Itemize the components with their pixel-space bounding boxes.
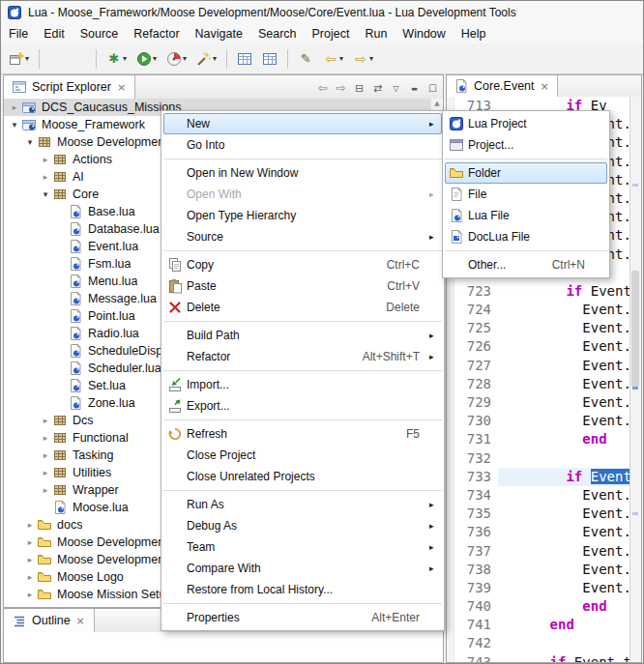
view-menu-button[interactable]: ▽ xyxy=(389,77,403,97)
dropdown-caret-icon[interactable]: ▾ xyxy=(153,54,157,63)
scroll-up-icon[interactable]: ▲ xyxy=(431,100,443,107)
context-menu-item-import[interactable]: Import... xyxy=(161,374,444,395)
code-line[interactable]: 731 end xyxy=(447,430,630,448)
editor-scroll-thumb[interactable] xyxy=(631,271,639,387)
chevron-collapsed-icon[interactable]: ▸ xyxy=(23,520,37,530)
context-menu-item-properties[interactable]: PropertiesAlt+Enter xyxy=(161,607,444,628)
code-text[interactable]: Event.I xyxy=(498,337,630,356)
code-line[interactable]: 742 xyxy=(447,634,630,652)
menubar-help[interactable]: Help xyxy=(454,25,494,43)
code-text[interactable]: Event.I xyxy=(498,319,630,337)
chevron-collapsed-icon[interactable]: ▸ xyxy=(39,485,52,495)
context-menu-item-close-unrelated-projects[interactable]: Close Unrelated Projects xyxy=(161,466,444,487)
code-text[interactable]: if Event.ta xyxy=(498,653,630,662)
code-line[interactable]: 732 xyxy=(447,449,630,468)
menubar-file[interactable]: File xyxy=(1,25,36,43)
code-text[interactable]: Event.I xyxy=(498,579,630,597)
collapse-all-button[interactable]: ⊟ xyxy=(352,78,366,96)
new-wizard-button[interactable]: ▾ xyxy=(5,46,33,72)
menubar-refactor[interactable]: Refactor xyxy=(126,25,187,43)
close-icon[interactable]: × xyxy=(75,615,86,627)
back-button[interactable]: ⇦▾ xyxy=(319,46,347,72)
code-text[interactable] xyxy=(498,634,630,652)
chevron-collapsed-icon[interactable]: ▸ xyxy=(39,433,52,443)
code-text[interactable]: Event.I xyxy=(498,486,630,505)
code-text[interactable]: Event.I xyxy=(498,375,630,393)
context-menu-item-close-project[interactable]: Close Project xyxy=(161,445,444,466)
chevron-expanded-icon[interactable]: ▾ xyxy=(39,189,52,199)
code-line[interactable]: 737 Event.I xyxy=(447,542,630,561)
code-line[interactable]: 734 Event.I xyxy=(447,486,630,505)
context-menu-item-debug-as[interactable]: Debug As▸ xyxy=(161,515,444,536)
context-menu-item-copy[interactable]: CopyCtrl+C xyxy=(161,254,444,275)
menubar-search[interactable]: Search xyxy=(250,25,305,43)
dropdown-caret-icon[interactable]: ▾ xyxy=(25,54,29,63)
new-submenu-item-folder[interactable]: Folder xyxy=(445,162,607,184)
code-text[interactable]: if Event. xyxy=(498,282,630,301)
chevron-expanded-icon[interactable]: ▾ xyxy=(8,120,21,130)
code-text[interactable]: Event.I xyxy=(498,393,630,412)
code-line[interactable]: 743 if Event.ta xyxy=(447,653,630,662)
new-submenu-item-project[interactable]: Project... xyxy=(443,134,609,156)
context-menu-item-paste[interactable]: PasteCtrl+V xyxy=(161,275,444,297)
context-menu-item-run-as[interactable]: Run As▸ xyxy=(161,494,444,515)
magic-wand-button[interactable]: ▾ xyxy=(192,46,220,72)
context-menu-item-delete[interactable]: DeleteDelete xyxy=(161,297,444,318)
menubar-navigate[interactable]: Navigate xyxy=(188,25,250,43)
code-line[interactable]: 733 if Event. xyxy=(447,468,630,486)
new-submenu-item-lua-project[interactable]: Lua Project xyxy=(443,113,609,134)
code-line[interactable]: 740 end xyxy=(447,597,630,616)
run-button[interactable]: ▾ xyxy=(132,46,161,72)
context-menu-item-refresh[interactable]: RefreshF5 xyxy=(161,423,444,445)
context-menu-item-compare-with[interactable]: Compare With▸ xyxy=(161,558,444,579)
code-text[interactable]: Event.I xyxy=(498,561,630,579)
code-text[interactable]: end xyxy=(498,616,630,634)
chevron-collapsed-icon[interactable]: ▸ xyxy=(39,155,52,164)
chevron-collapsed-icon[interactable]: ▸ xyxy=(39,468,52,477)
code-line[interactable]: 723 if Event. xyxy=(447,282,630,301)
context-menu-item-restore-from-local-history[interactable]: Restore from Local History... xyxy=(161,579,444,600)
code-line[interactable]: 735 Event.I xyxy=(447,505,630,523)
new-submenu-item-lua-file[interactable]: Lua File xyxy=(443,205,609,226)
profile-button[interactable]: ▾ xyxy=(162,46,190,72)
tab-core-event[interactable]: Core.Event × xyxy=(447,75,558,97)
new-submenu-item-doclua-file[interactable]: DocLua File xyxy=(443,226,609,247)
code-line[interactable]: 738 Event.I xyxy=(447,561,630,579)
dropdown-caret-icon[interactable]: ▾ xyxy=(123,54,127,63)
new-submenu-item-file[interactable]: File xyxy=(443,184,609,205)
code-text[interactable] xyxy=(498,449,630,468)
last-edit-location-button[interactable]: ✎ xyxy=(294,46,317,72)
chevron-collapsed-icon[interactable]: ▸ xyxy=(23,590,37,599)
code-text[interactable]: Event.I xyxy=(498,357,630,375)
context-menu-item-refactor[interactable]: RefactorAlt+Shift+T▸ xyxy=(161,346,444,367)
code-line[interactable]: 739 Event.I xyxy=(447,579,630,597)
dropdown-caret-icon[interactable]: ▾ xyxy=(213,54,217,63)
code-line[interactable]: 728 Event.I xyxy=(447,375,630,393)
external-tools-button[interactable]: ✱▾ xyxy=(102,46,131,72)
code-text[interactable]: Event.I xyxy=(498,505,630,523)
code-line[interactable]: 729 Event.I xyxy=(447,393,630,412)
overview-ruler[interactable] xyxy=(629,97,641,662)
chevron-expanded-icon[interactable]: ▾ xyxy=(23,137,37,147)
new-submenu-item-other[interactable]: Other...Ctrl+N xyxy=(443,254,609,275)
close-icon[interactable]: × xyxy=(116,81,127,94)
chevron-collapsed-icon[interactable]: ▸ xyxy=(23,572,37,582)
context-menu-item-build-path[interactable]: Build Path▸ xyxy=(161,325,444,346)
context-menu-item-open-in-new-window[interactable]: Open in New Window xyxy=(161,162,444,184)
code-text[interactable]: Event.I xyxy=(498,542,630,561)
chevron-collapsed-icon[interactable]: ▸ xyxy=(39,172,52,182)
chevron-collapsed-icon[interactable]: ▸ xyxy=(23,555,37,564)
maximize-button[interactable]: ☐ xyxy=(425,78,440,97)
context-menu-item-new[interactable]: New▸ xyxy=(163,113,442,134)
chevron-collapsed-icon[interactable]: ▸ xyxy=(39,416,52,425)
context-menu-item-open-type-hierarchy[interactable]: Open Type Hierarchy xyxy=(161,205,444,226)
forward-button[interactable]: ⇨▾ xyxy=(349,46,377,72)
link-with-editor-button[interactable]: ⇄ xyxy=(370,78,385,96)
menubar-source[interactable]: Source xyxy=(73,25,127,43)
code-line[interactable]: 730 Event.I xyxy=(447,412,630,430)
code-line[interactable]: 741 end xyxy=(447,616,630,634)
open-resource-button[interactable] xyxy=(258,46,281,72)
menubar-project[interactable]: Project xyxy=(305,25,358,43)
menubar-run[interactable]: Run xyxy=(357,25,395,43)
dropdown-caret-icon[interactable]: ▾ xyxy=(369,54,373,63)
